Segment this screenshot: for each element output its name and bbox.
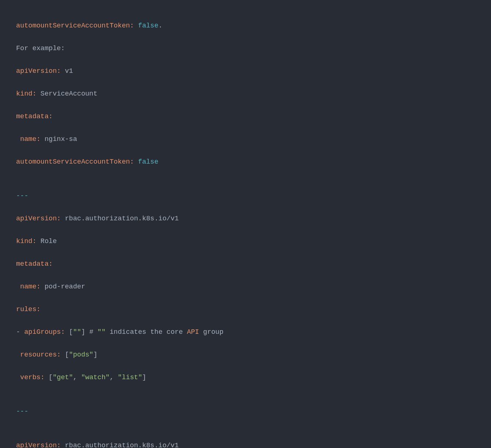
code-line: apiVersion: rbac.authorization.k8s.io/v1 [16,440,475,448]
code-line: metadata: [16,111,475,122]
code-line: For example: [16,43,475,54]
code-line: automountServiceAccountToken: false. [16,20,475,31]
code-line: verbs: ["get", "watch", "list"] [16,372,475,383]
code-line: apiVersion: rbac.authorization.k8s.io/v1 [16,213,475,224]
code-line: --- [16,406,475,417]
code-line: automountServiceAccountToken: false [16,156,475,168]
code-line: rules: [16,304,475,315]
code-line: resources: ["pods"] [16,349,475,361]
code-line: metadata: [16,258,475,270]
code-line: name: pod-reader [16,281,475,292]
code-line: - apiGroups: [""] # "" indicates the cor… [16,326,475,338]
code-line: --- [16,190,475,202]
code-block: automountServiceAccountToken: false. For… [0,0,491,448]
code-line: apiVersion: v1 [16,66,475,77]
code-line: kind: Role [16,236,475,247]
code-line: name: nginx-sa [16,134,475,145]
code-line: kind: ServiceAccount [16,88,475,100]
